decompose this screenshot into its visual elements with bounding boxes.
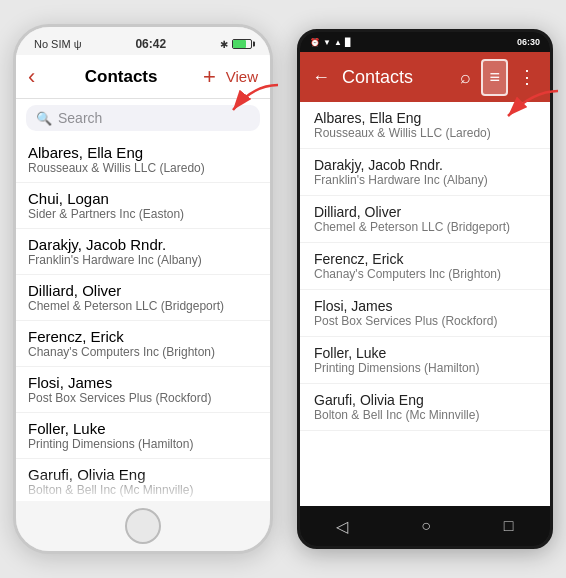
battery-icon: ▉ [345,38,351,47]
android-contact-name: Foller, Luke [314,345,536,361]
ios-contact-company: Sider & Partners Inc (Easton) [28,207,258,221]
android-time: 06:30 [517,37,540,47]
android-device: ⏰ ▼ ▲ ▉ 06:30 ← Contacts ⌕ ≡ ⋮ [297,29,553,549]
android-contact-name: Albares, Ella Eng [314,110,536,126]
android-header: ← Contacts ⌕ ≡ ⋮ [300,52,550,102]
ios-contact-name: Garufi, Olivia Eng [28,466,258,483]
ios-contact-company: Bolton & Bell Inc (Mc Minnville) [28,483,258,497]
android-contact-name: Ferencz, Erick [314,251,536,267]
ios-battery-icon [232,39,252,49]
android-contact-company: Bolton & Bell Inc (Mc Minnville) [314,408,536,422]
ios-contact-name: Foller, Luke [28,420,258,437]
ios-contact-item[interactable]: Ferencz, Erick Chanay's Computers Inc (B… [16,321,270,367]
android-contact-item[interactable]: Albares, Ella Eng Rousseaux & Willis LLC… [300,102,550,149]
ios-contacts-container: Albares, Ella Eng Rousseaux & Willis LLC… [16,137,270,501]
ios-contact-name: Flosi, James [28,374,258,391]
ios-add-button[interactable]: + [203,66,216,88]
ios-contact-company: Printing Dimensions (Hamilton) [28,437,258,451]
android-contact-item[interactable]: Dilliard, Oliver Chemel & Peterson LLC (… [300,196,550,243]
ios-contact-name: Chui, Logan [28,190,258,207]
ios-search-placeholder: Search [58,110,102,126]
ios-screen: ‹ Contacts + View 🔍 Search Albares, Ella… [16,55,270,501]
android-contact-name: Garufi, Olivia Eng [314,392,536,408]
android-contact-name: Flosi, James [314,298,536,314]
ios-carrier: No SIM ψ [34,38,82,50]
ios-contact-item[interactable]: Flosi, James Post Box Services Plus (Roc… [16,367,270,413]
ios-contact-item[interactable]: Chui, Logan Sider & Partners Inc (Easton… [16,183,270,229]
ios-status-icons: ✱ [220,39,252,50]
android-contact-name: Dilliard, Oliver [314,204,536,220]
android-search-button[interactable]: ⌕ [454,61,477,94]
android-title: Contacts [342,67,446,88]
android-status-bar: ⏰ ▼ ▲ ▉ 06:30 [300,32,550,52]
android-contact-company: Chanay's Computers Inc (Brighton) [314,267,536,281]
android-contact-company: Chemel & Peterson LLC (Bridgeport) [314,220,536,234]
signal-icon: ▲ [334,38,342,47]
android-contact-item[interactable]: Foller, Luke Printing Dimensions (Hamilt… [300,337,550,384]
android-contacts-container: Albares, Ella Eng Rousseaux & Willis LLC… [300,102,550,431]
wifi-icon: ▼ [323,38,331,47]
ios-contact-item[interactable]: Darakjy, Jacob Rndr. Franklin's Hardware… [16,229,270,275]
android-filter-button[interactable]: ≡ [481,59,508,96]
android-contacts-list: Albares, Ella Eng Rousseaux & Willis LLC… [300,102,550,506]
android-contact-item[interactable]: Garufi, Olivia Eng Bolton & Bell Inc (Mc… [300,384,550,431]
android-contact-name: Darakjy, Jacob Rndr. [314,157,536,173]
ios-contact-name: Ferencz, Erick [28,328,258,345]
iphone-device: No SIM ψ 06:42 ✱ ‹ Contacts + View [13,24,273,554]
ios-status-bar: No SIM ψ 06:42 ✱ [16,27,270,55]
ios-contact-item[interactable]: Foller, Luke Printing Dimensions (Hamilt… [16,413,270,459]
ios-search-bar[interactable]: 🔍 Search [26,105,260,131]
alarm-icon: ⏰ [310,38,320,47]
ios-title: Contacts [39,67,203,87]
ios-contact-company: Chanay's Computers Inc (Brighton) [28,345,258,359]
android-screen: ← Contacts ⌕ ≡ ⋮ Albares, Ella Eng Rouss… [300,52,550,506]
android-recents-nav-button[interactable]: □ [492,513,526,539]
android-frame: ⏰ ▼ ▲ ▉ 06:30 ← Contacts ⌕ ≡ ⋮ [297,29,553,549]
ios-contact-item[interactable]: Garufi, Olivia Eng Bolton & Bell Inc (Mc… [16,459,270,501]
android-home-nav-button[interactable]: ○ [409,513,443,539]
iphone-frame: No SIM ψ 06:42 ✱ ‹ Contacts + View [13,24,273,554]
ios-home-area [16,501,270,551]
ios-time: 06:42 [135,37,166,51]
ios-view-button[interactable]: View [226,68,258,85]
ios-contact-company: Rousseaux & Willis LLC (Laredo) [28,161,258,175]
android-contact-item[interactable]: Flosi, James Post Box Services Plus (Roc… [300,290,550,337]
android-back-nav-button[interactable]: ◁ [324,513,360,540]
ios-back-button[interactable]: ‹ [28,66,35,88]
android-contact-item[interactable]: Ferencz, Erick Chanay's Computers Inc (B… [300,243,550,290]
android-status-icons: ⏰ ▼ ▲ ▉ [310,38,351,47]
ios-nav-bar: ‹ Contacts + View [16,55,270,99]
android-header-actions: ⌕ ≡ ⋮ [454,59,542,96]
ios-search-icon: 🔍 [36,111,52,126]
android-more-button[interactable]: ⋮ [512,60,542,94]
ios-contact-company: Post Box Services Plus (Rockford) [28,391,258,405]
ios-home-button[interactable] [125,508,161,544]
ios-contact-name: Darakjy, Jacob Rndr. [28,236,258,253]
android-contact-item[interactable]: Darakjy, Jacob Rndr. Franklin's Hardware… [300,149,550,196]
android-back-button[interactable]: ← [308,63,334,92]
ios-bluetooth-icon: ✱ [220,39,228,50]
android-contact-company: Post Box Services Plus (Rockford) [314,314,536,328]
ios-battery-fill [233,40,246,48]
ios-contacts-list: Albares, Ella Eng Rousseaux & Willis LLC… [16,137,270,501]
android-contact-company: Rousseaux & Willis LLC (Laredo) [314,126,536,140]
android-contact-company: Printing Dimensions (Hamilton) [314,361,536,375]
ios-contact-name: Dilliard, Oliver [28,282,258,299]
scene: No SIM ψ 06:42 ✱ ‹ Contacts + View [0,4,566,574]
ios-contact-company: Chemel & Peterson LLC (Bridgeport) [28,299,258,313]
ios-contact-item[interactable]: Albares, Ella Eng Rousseaux & Willis LLC… [16,137,270,183]
ios-nav-actions: + View [203,66,258,88]
android-nav-bar: ◁ ○ □ [300,506,550,546]
ios-contact-item[interactable]: Dilliard, Oliver Chemel & Peterson LLC (… [16,275,270,321]
android-contact-company: Franklin's Hardware Inc (Albany) [314,173,536,187]
ios-contact-company: Franklin's Hardware Inc (Albany) [28,253,258,267]
ios-contact-name: Albares, Ella Eng [28,144,258,161]
